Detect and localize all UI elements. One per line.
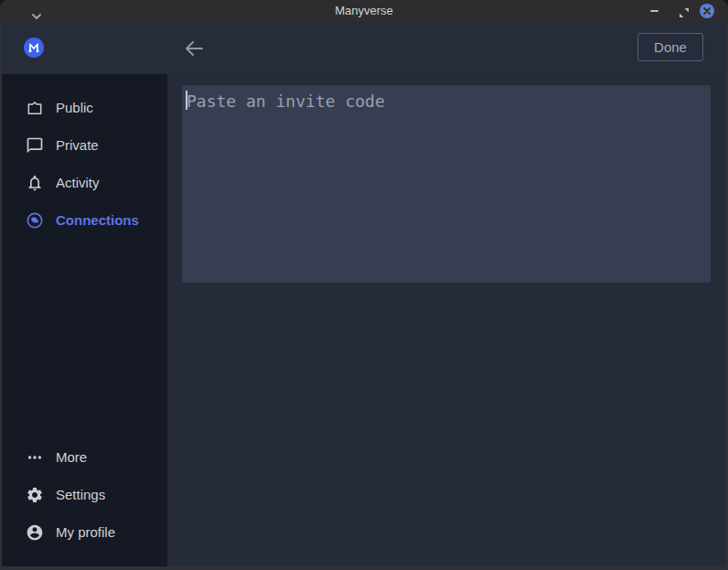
sidebar-item-connections[interactable]: Connections: [2, 201, 167, 239]
board-icon: [26, 99, 44, 117]
sidebar-footer-nav: More Settings My profile: [2, 438, 167, 551]
close-x-icon: [702, 6, 712, 16]
done-button[interactable]: Done: [637, 33, 703, 61]
sidebar-item-settings[interactable]: Settings: [2, 476, 167, 513]
sidebar-item-activity[interactable]: Activity: [2, 164, 167, 201]
window-titlebar: Manyverse: [0, 0, 728, 22]
back-arrow-icon: [184, 40, 204, 57]
sidebar-item-label: Activity: [56, 175, 100, 190]
app-frame: Done Public Private: [2, 22, 725, 566]
sidebar-item-my-profile[interactable]: My profile: [2, 513, 167, 551]
manyverse-logo: [24, 38, 44, 58]
window-title: Manyverse: [0, 0, 728, 22]
sidebar-item-private[interactable]: Private: [2, 126, 167, 164]
sidebar-item-public[interactable]: Public: [2, 89, 167, 126]
bell-icon: [26, 174, 44, 192]
close-button[interactable]: [700, 4, 714, 18]
sidebar-item-label: Connections: [56, 212, 139, 228]
app-body: Public Private Activity: [2, 74, 725, 566]
sidebar-item-label: More: [56, 449, 87, 465]
sidebar-item-more[interactable]: More: [2, 438, 167, 476]
restore-button[interactable]: [679, 5, 690, 16]
sidebar-item-label: My profile: [56, 524, 115, 540]
account-icon: [26, 523, 44, 542]
manyverse-window: Manyverse Done: [0, 0, 728, 570]
sidebar-item-label: Settings: [56, 487, 105, 502]
sidebar-item-label: Public: [56, 100, 93, 115]
back-button[interactable]: [182, 37, 206, 60]
sidebar-main-nav: Public Private Activity: [2, 89, 167, 239]
sidebar: Public Private Activity: [2, 74, 167, 566]
sidebar-item-label: Private: [56, 137, 99, 153]
message-icon: [26, 136, 44, 155]
gear-icon: [26, 486, 44, 504]
app-header: Done: [2, 22, 725, 74]
connections-icon: [26, 211, 44, 230]
ellipsis-icon: [26, 448, 44, 467]
main-content: [167, 74, 725, 566]
invite-code-input[interactable]: [182, 85, 711, 283]
minimize-button[interactable]: [648, 0, 660, 22]
